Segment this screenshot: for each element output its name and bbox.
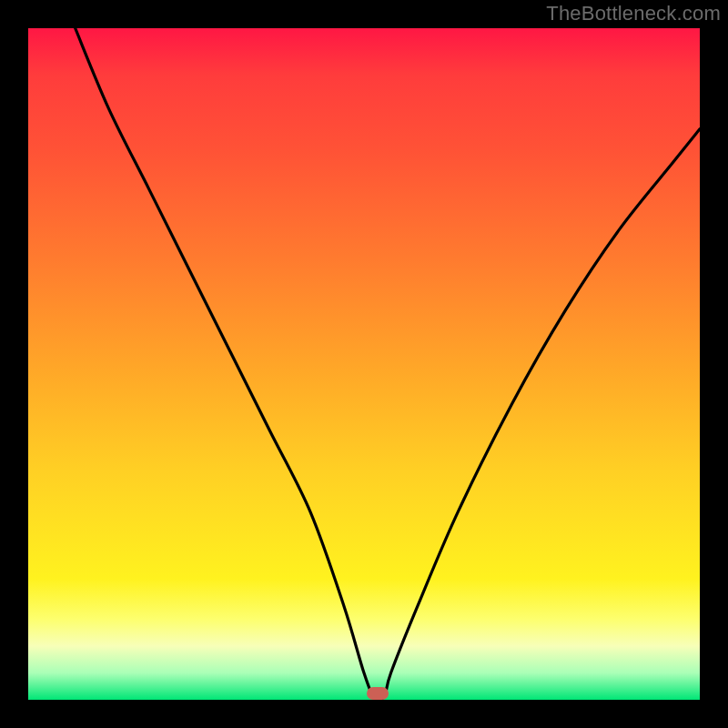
- plot-area: [28, 28, 700, 700]
- bottleneck-curve: [76, 28, 700, 700]
- curve-svg: [28, 28, 700, 700]
- chart-frame: TheBottleneck.com: [0, 0, 728, 728]
- watermark-text: TheBottleneck.com: [546, 2, 721, 25]
- minimum-marker: [367, 687, 389, 700]
